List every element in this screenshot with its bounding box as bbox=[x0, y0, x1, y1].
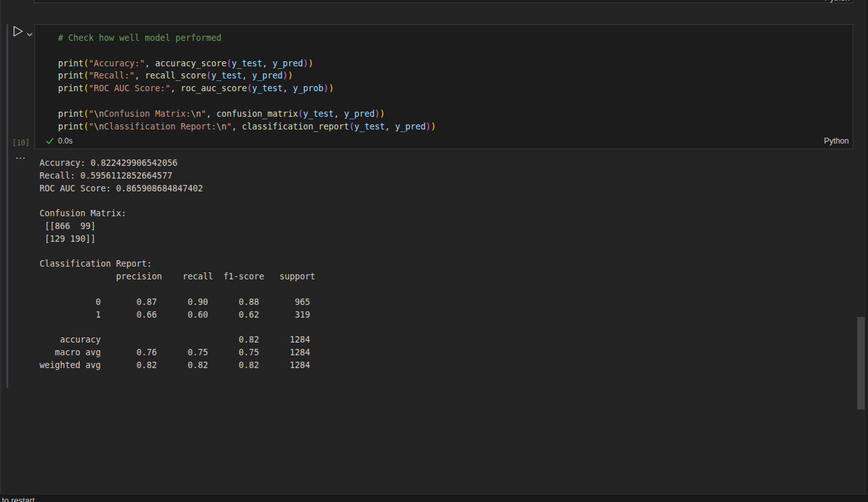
execution-success-check-icon bbox=[45, 137, 54, 145]
code-line: print("\nConfusion Matrix:\n", confusion… bbox=[58, 108, 436, 121]
execution-count-label: [10] bbox=[12, 138, 30, 147]
bottom-notification-text: to restart bbox=[2, 496, 34, 502]
execution-duration-label: 0.0s bbox=[58, 137, 73, 146]
code-line bbox=[58, 45, 436, 57]
code-line: # Check how well model performed bbox=[58, 32, 436, 45]
right-gutter bbox=[865, 0, 868, 494]
previous-cell-editor: Python bbox=[34, 0, 853, 3]
notebook-left-edge bbox=[0, 0, 1, 494]
notebook-page: Python # Check how well model performedp… bbox=[0, 0, 868, 502]
code-line: print("Accuracy:", accuracy_score(y_test… bbox=[58, 57, 436, 70]
cell-focus-bar bbox=[6, 24, 8, 388]
cell-output-text: Accuracy: 0.822429906542056 Recall: 0.59… bbox=[40, 157, 315, 372]
run-cell-button[interactable] bbox=[11, 25, 26, 38]
previous-cell-language-label[interactable]: Python bbox=[825, 0, 850, 3]
code-line: print("\nClassification Report:\n", clas… bbox=[58, 121, 436, 133]
code-line bbox=[58, 95, 436, 108]
cell-status-bar: 0.0s Python bbox=[35, 134, 853, 149]
code-cell-editor[interactable]: # Check how well model performedprint("A… bbox=[34, 24, 853, 149]
bottom-notification-bar: to restart bbox=[0, 494, 868, 502]
code-lines[interactable]: # Check how well model performedprint("A… bbox=[58, 32, 436, 133]
cell-language-picker[interactable]: Python bbox=[824, 136, 849, 146]
output-more-actions-icon[interactable]: ⋯ bbox=[15, 153, 26, 163]
scrollbar-thumb[interactable] bbox=[857, 317, 865, 410]
code-line: print("ROC AUC Score:", roc_auc_score(y_… bbox=[58, 82, 436, 95]
code-line: print("Recall:", recall_score(y_test, y_… bbox=[58, 70, 436, 82]
run-options-chevron-icon[interactable] bbox=[26, 29, 33, 34]
